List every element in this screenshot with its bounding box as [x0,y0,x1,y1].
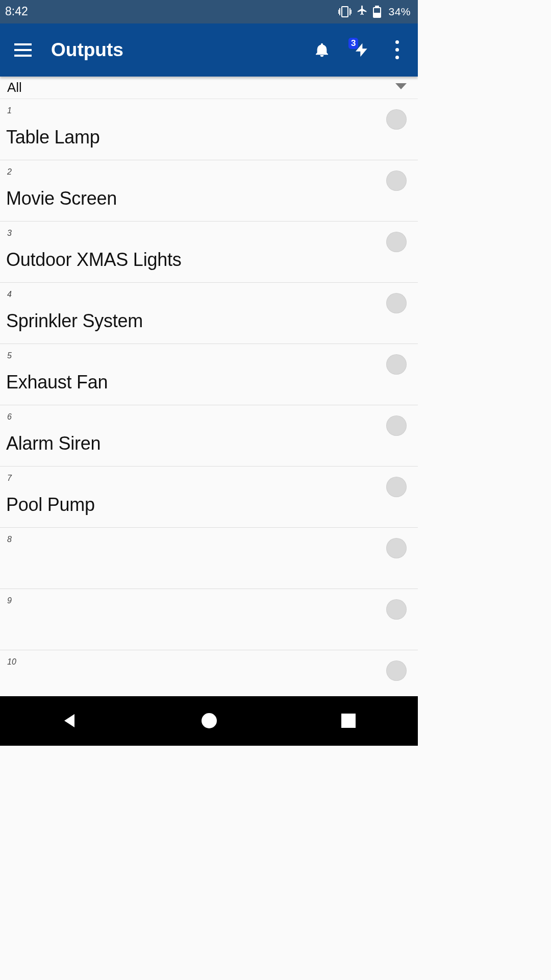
filter-label: All [7,80,22,95]
app-bar: Outputs 3 [0,23,418,77]
filter-dropdown[interactable]: All [0,77,418,99]
output-name: Movie Screen [6,188,117,209]
output-index: 9 [7,596,18,605]
airplane-mode-icon [357,5,368,19]
output-row[interactable]: 5 Exhaust Fan [0,344,418,405]
svg-rect-0 [342,7,348,17]
output-index: 10 [7,657,18,667]
battery-percentage: 34% [388,6,411,18]
output-name: Sprinkler System [6,310,143,332]
nav-recent-button[interactable] [318,705,379,736]
output-name: Table Lamp [6,127,100,148]
output-name: Alarm Siren [6,433,101,454]
status-clock: 8:42 [5,5,28,18]
nav-home-button[interactable] [179,705,240,736]
output-index: 4 [7,290,18,299]
events-badge: 3 [348,38,358,49]
output-toggle[interactable] [386,232,407,252]
battery-icon [373,6,381,18]
menu-icon[interactable] [11,38,35,62]
output-name: Outdoor XMAS Lights [6,249,181,271]
output-toggle[interactable] [386,477,407,497]
output-row[interactable]: 2 Movie Screen [0,160,418,222]
output-row[interactable]: 7 Pool Pump [0,467,418,528]
chevron-down-icon [395,83,407,92]
output-toggle[interactable] [386,415,407,436]
output-toggle[interactable] [386,660,407,681]
output-row[interactable]: 8 [0,528,418,589]
vibrate-icon [338,6,352,17]
output-toggle[interactable] [386,293,407,313]
output-index: 6 [7,412,18,422]
output-index: 5 [7,351,18,360]
system-nav-bar [0,696,418,746]
events-icon[interactable]: 3 [346,35,377,65]
output-index: 8 [7,535,18,544]
output-row[interactable]: 6 Alarm Siren [0,405,418,467]
output-name: Pool Pump [6,494,95,516]
output-name: Exhaust Fan [6,372,108,393]
output-row[interactable]: 3 Outdoor XMAS Lights [0,222,418,283]
output-row[interactable]: 9 [0,589,418,650]
output-toggle[interactable] [386,354,407,375]
app-title: Outputs [51,39,123,61]
output-row[interactable]: 4 Sprinkler System [0,283,418,344]
output-toggle[interactable] [386,109,407,130]
output-toggle[interactable] [386,170,407,191]
nav-back-button[interactable] [39,705,101,736]
output-index: 7 [7,474,18,483]
output-index: 1 [7,106,18,115]
output-index: 3 [7,229,18,238]
more-icon[interactable] [384,35,410,65]
output-row[interactable]: 1 Table Lamp [0,99,418,160]
output-row[interactable]: 10 [0,650,418,696]
output-index: 2 [7,167,18,177]
outputs-list: 1 Table Lamp 2 Movie Screen 3 Outdoor XM… [0,99,418,696]
notifications-icon[interactable] [307,35,337,65]
output-toggle[interactable] [386,599,407,620]
output-toggle[interactable] [386,538,407,558]
status-bar: 8:42 34% [0,0,418,23]
